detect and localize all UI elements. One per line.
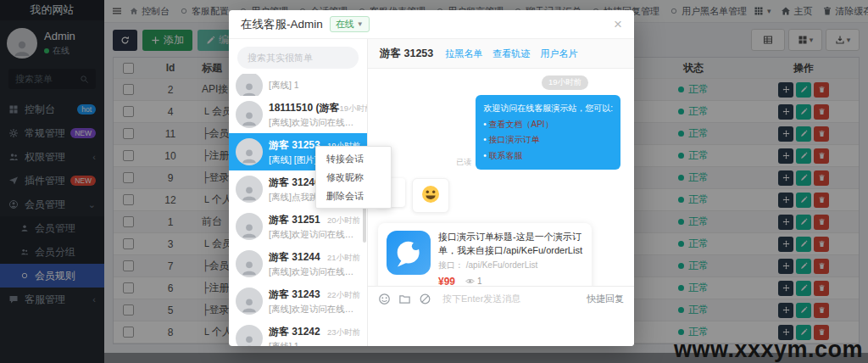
read-status: 已读 bbox=[456, 157, 471, 168]
welcome-link[interactable]: 联系客服 bbox=[489, 151, 523, 160]
visitor-message bbox=[376, 178, 624, 213]
kefu-logo-icon bbox=[387, 231, 431, 275]
image-upload-icon[interactable] bbox=[398, 293, 411, 305]
online-service-modal: 在线客服-Admin 在线▼ × 搜索其实很简单 [离线] 1 bbox=[229, 10, 634, 346]
agent-message-bubble: 欢迎访问在线客服演示站，您可以: • 查看文档（API）• 接口演示订单• 联系… bbox=[476, 95, 620, 170]
modal-title: 在线客服-Admin bbox=[241, 17, 323, 32]
avatar bbox=[236, 176, 263, 203]
chat-header: 游客 31253 拉黑名单查看轨迹用户名片 bbox=[368, 39, 634, 69]
context-menu: 转接会话修改昵称删除会话 bbox=[315, 146, 392, 209]
chat-action-link[interactable]: 用户名片 bbox=[540, 47, 577, 60]
time-badge: 19小时前 bbox=[542, 75, 588, 90]
avatar bbox=[236, 288, 263, 315]
emoji-picker-icon[interactable] bbox=[378, 293, 391, 305]
chat-panel: 游客 31253 拉黑名单查看轨迹用户名片 19小时前 已读 欢迎访问在线客服演… bbox=[367, 39, 634, 346]
context-menu-item[interactable]: 删除会话 bbox=[316, 187, 391, 205]
conversation-item[interactable]: 游客 3124223小时前 [离线] 1 bbox=[229, 320, 367, 346]
chat-action-link[interactable]: 查看轨迹 bbox=[492, 47, 530, 60]
message-area: 19小时前 已读 欢迎访问在线客服演示站，您可以: • 查看文档（API）• 接… bbox=[368, 69, 634, 287]
conversation-item[interactable]: 18111510 (游客19小时前 [离线]欢迎访问在线客服演示站。 bbox=[229, 96, 367, 133]
avatar bbox=[236, 250, 263, 277]
quick-reply-button[interactable]: 快捷回复 bbox=[587, 293, 624, 305]
conversation-item[interactable]: [离线] 1 bbox=[229, 74, 367, 96]
modal-header: 在线客服-Admin 在线▼ × bbox=[229, 10, 634, 39]
context-menu-item[interactable]: 修改昵称 bbox=[316, 168, 391, 187]
welcome-link[interactable]: 接口演示订单 bbox=[489, 135, 540, 144]
message-card[interactable]: 接口演示订单标题-这是一个演示订单，我来自接口/api/KeFu/orderLi… bbox=[378, 223, 592, 287]
avatar bbox=[236, 138, 263, 165]
card-view-count: 1 bbox=[465, 276, 482, 286]
card-api-path: 接口： /api/KeFu/orderList bbox=[438, 260, 583, 271]
app-root: 我的网站 Admin 在线 搜索菜单 控制台 hot bbox=[0, 0, 868, 363]
avatar bbox=[236, 213, 263, 240]
card-title: 接口演示订单标题-这是一个演示订单，我来自接口/api/KeFu/orderLi… bbox=[438, 231, 583, 258]
caret-down-icon: ▼ bbox=[357, 20, 364, 28]
close-icon[interactable]: × bbox=[614, 17, 622, 31]
visitor-name: 游客 31253 bbox=[380, 47, 433, 61]
message-textarea[interactable] bbox=[368, 305, 634, 336]
block-user-icon[interactable] bbox=[419, 293, 431, 305]
online-status-dropdown[interactable]: 在线▼ bbox=[330, 16, 370, 32]
visitor-message-bubble bbox=[412, 178, 449, 213]
conversation-item[interactable]: 游客 3124421小时前 [离线]欢迎访问在线客服演示站。 bbox=[229, 245, 367, 282]
agent-message: 已读 欢迎访问在线客服演示站，您可以: • 查看文档（API）• 接口演示订单•… bbox=[378, 95, 624, 170]
welcome-link[interactable]: 查看文档（API） bbox=[489, 120, 554, 129]
avatar bbox=[236, 325, 263, 346]
conversation-item[interactable]: 游客 3124322小时前 [离线]欢迎访问在线客服演示站。 bbox=[229, 282, 367, 320]
conversation-search-input[interactable]: 搜索其实很简单 bbox=[237, 47, 359, 69]
message-input[interactable]: 按下Enter发送消息 bbox=[442, 293, 520, 305]
chat-action-link[interactable]: 拉黑名单 bbox=[445, 47, 482, 60]
emoji-smile-icon bbox=[420, 184, 441, 204]
eye-icon bbox=[465, 276, 475, 286]
context-menu-item[interactable]: 转接会话 bbox=[316, 149, 391, 168]
avatar bbox=[236, 74, 263, 96]
avatar bbox=[236, 101, 263, 128]
input-bar: 按下Enter发送消息 快捷回复 bbox=[368, 286, 634, 346]
conversation-item[interactable]: 游客 3125120小时前 [离线]欢迎访问在线客服演示站。 bbox=[229, 208, 367, 245]
